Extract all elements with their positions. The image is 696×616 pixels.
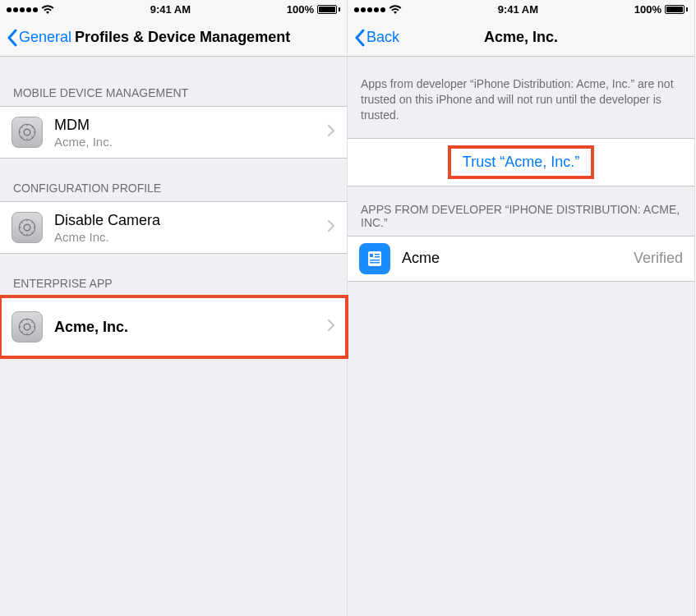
svg-line-28 bbox=[21, 331, 23, 333]
svg-rect-35 bbox=[370, 262, 380, 264]
cell-title: Disable Camera bbox=[54, 212, 327, 229]
chevron-left-icon bbox=[7, 29, 17, 47]
battery-icon bbox=[317, 5, 340, 14]
nav-bar: Back Acme, Inc. bbox=[348, 19, 694, 57]
chevron-right-icon bbox=[327, 124, 335, 140]
svg-line-16 bbox=[21, 222, 23, 223]
gear-icon bbox=[12, 311, 43, 342]
svg-line-19 bbox=[31, 222, 33, 223]
back-label: Back bbox=[366, 29, 399, 46]
svg-rect-34 bbox=[370, 260, 380, 261]
cell-app-acme[interactable]: Acme Verified bbox=[348, 237, 694, 281]
svg-line-6 bbox=[21, 126, 23, 128]
trust-button[interactable]: Trust “Acme, Inc.” bbox=[348, 139, 694, 186]
gear-icon bbox=[12, 117, 43, 148]
svg-line-8 bbox=[21, 136, 23, 138]
page-title: Profiles & Device Management bbox=[75, 29, 290, 46]
app-title: Acme bbox=[402, 250, 627, 267]
cell-group-enterprise: Acme, Inc. bbox=[0, 297, 347, 357]
cell-title: MDM bbox=[54, 117, 327, 134]
chevron-left-icon bbox=[354, 29, 365, 47]
svg-line-26 bbox=[21, 321, 23, 323]
back-label: General bbox=[19, 29, 71, 46]
section-header-apps: Apps from Developer “iPhone Distribution… bbox=[348, 186, 694, 236]
phone-right: 9:41 AM 100% Back Acme, Inc. Apps from d… bbox=[348, 0, 695, 616]
signal-dots-icon bbox=[7, 7, 38, 12]
cell-group-config: Disable Camera Acme Inc. bbox=[0, 201, 347, 254]
section-header-enterprise: Enterprise App bbox=[0, 254, 347, 297]
svg-rect-32 bbox=[375, 254, 380, 255]
battery-percent: 100% bbox=[634, 3, 661, 16]
svg-line-7 bbox=[31, 136, 33, 138]
status-time: 9:41 AM bbox=[498, 3, 538, 16]
status-bar: 9:41 AM 100% bbox=[0, 0, 347, 19]
battery-icon bbox=[665, 5, 688, 14]
cell-title: Acme, Inc. bbox=[54, 319, 327, 336]
cell-subtitle: Acme, Inc. bbox=[54, 135, 327, 149]
cell-disable-camera[interactable]: Disable Camera Acme Inc. bbox=[0, 202, 347, 253]
chevron-right-icon bbox=[327, 319, 335, 335]
phone-left: 9:41 AM 100% General Profiles & Device M… bbox=[0, 0, 348, 616]
svg-rect-33 bbox=[375, 256, 380, 258]
svg-point-1 bbox=[24, 129, 30, 136]
wifi-icon bbox=[389, 5, 402, 15]
cell-subtitle: Acme Inc. bbox=[54, 230, 327, 244]
svg-point-11 bbox=[24, 224, 30, 231]
svg-line-17 bbox=[31, 232, 33, 233]
chevron-right-icon bbox=[327, 219, 335, 236]
svg-rect-31 bbox=[370, 254, 373, 257]
gear-icon bbox=[12, 212, 43, 243]
trust-note: Apps from developer “iPhone Distribution… bbox=[348, 57, 694, 138]
cell-mdm[interactable]: MDM Acme, Inc. bbox=[0, 107, 347, 158]
cell-acme-inc[interactable]: Acme, Inc. bbox=[0, 297, 347, 356]
wifi-icon bbox=[41, 5, 54, 15]
back-button[interactable]: Back bbox=[354, 29, 399, 47]
page-title: Acme, Inc. bbox=[348, 29, 694, 46]
section-header-config: Configuration Profile bbox=[0, 159, 347, 201]
svg-rect-30 bbox=[368, 251, 381, 266]
nav-bar: General Profiles & Device Management bbox=[0, 19, 347, 57]
app-icon bbox=[359, 243, 390, 274]
svg-line-18 bbox=[21, 232, 23, 233]
status-time: 9:41 AM bbox=[150, 3, 191, 16]
svg-point-21 bbox=[24, 324, 30, 330]
app-status: Verified bbox=[634, 250, 683, 267]
cell-group-trust: Trust “Acme, Inc.” bbox=[348, 138, 694, 186]
status-bar: 9:41 AM 100% bbox=[348, 0, 694, 19]
signal-dots-icon bbox=[354, 7, 385, 12]
battery-percent: 100% bbox=[287, 3, 314, 16]
svg-line-9 bbox=[31, 126, 33, 128]
back-button[interactable]: General bbox=[7, 29, 71, 47]
cell-group-apps: Acme Verified bbox=[348, 236, 694, 282]
section-header-mdm: Mobile Device Management bbox=[0, 57, 347, 106]
cell-group-mdm: MDM Acme, Inc. bbox=[0, 106, 347, 159]
svg-line-29 bbox=[31, 321, 33, 323]
trust-button-label: Trust “Acme, Inc.” bbox=[463, 154, 579, 170]
svg-line-27 bbox=[31, 331, 33, 333]
